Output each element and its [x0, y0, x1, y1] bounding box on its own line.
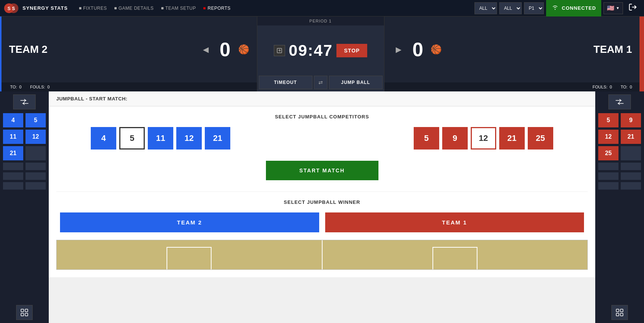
left-grid-icon-button[interactable]	[16, 305, 33, 320]
comp-team1-player-25[interactable]: 25	[528, 127, 553, 150]
svg-text:S: S	[12, 6, 15, 11]
left-player-21[interactable]: 21	[3, 146, 23, 160]
left-player-5[interactable]: 5	[26, 113, 46, 127]
nav-fixtures[interactable]: FIXTURES	[79, 6, 107, 11]
comp-team2-player-21[interactable]: 21	[205, 127, 230, 150]
left-player-grid: 4 5 11 12 21	[3, 113, 46, 190]
comp-team1-player-9[interactable]: 9	[442, 127, 468, 150]
right-player-25[interactable]: 25	[598, 146, 618, 160]
team2-score: 0	[220, 38, 231, 61]
team1-competitor-players: 5 9 12 21 25	[414, 127, 553, 150]
svg-rect-13	[620, 313, 623, 316]
court-right	[323, 240, 588, 269]
winner-row: TEAM 2 TEAM 1	[56, 212, 588, 232]
team2-name: TEAM 2	[9, 43, 48, 55]
comp-team1-player-21[interactable]: 21	[499, 127, 525, 150]
filter-all-2[interactable]: ALL	[499, 2, 522, 14]
flag-selector[interactable]: 🇺🇸 ▼	[603, 2, 623, 14]
team2-footer: TO: 0 FOULS: 0	[2, 82, 257, 91]
left-player-12[interactable]: 12	[26, 130, 46, 144]
court-area	[56, 240, 588, 270]
flag-icon: 🇺🇸	[607, 4, 614, 12]
jumpball-header: JUMPBALL - START MATCH:	[49, 91, 595, 106]
team1-footer: FOULS: 0 TO: 0	[384, 82, 640, 91]
left-player-empty-6	[3, 182, 23, 190]
winner-team2-button[interactable]: TEAM 2	[60, 212, 319, 232]
start-match-button[interactable]: START MATCH	[266, 161, 378, 180]
right-player-empty-3	[621, 163, 641, 170]
team2-block: TEAM 2 ◀ 0 🏀 TO: 0 FOULS: 0	[0, 16, 257, 91]
team1-basketball-icon: 🏀	[431, 44, 442, 55]
nav-dot-fixtures	[79, 7, 81, 9]
filter-all-1[interactable]: ALL	[474, 2, 497, 14]
nav-game-details[interactable]: GAME DETAILS	[114, 6, 154, 11]
court-paint-right	[432, 247, 477, 269]
right-player-21[interactable]: 21	[621, 130, 641, 144]
connected-label: CONNECTED	[562, 5, 596, 11]
team2-main-row: TEAM 2 ◀ 0 🏀	[2, 16, 257, 82]
svg-text:S: S	[8, 6, 11, 11]
comp-team2-player-4[interactable]: 4	[91, 127, 116, 150]
nav-reports[interactable]: REPORTS	[203, 6, 230, 11]
right-player-empty-5	[621, 172, 641, 180]
team2-competitor-players: 4 5 11 12 21	[91, 127, 230, 150]
team1-arrow-right[interactable]: ▶	[392, 41, 405, 58]
flag-chevron: ▼	[616, 6, 620, 10]
svg-rect-10	[616, 309, 619, 312]
nav-team-setup[interactable]: TEAM SETUP	[161, 6, 196, 11]
svg-rect-12	[616, 313, 619, 316]
app-title: SYNERGY STATS	[23, 5, 68, 11]
jumpball-button[interactable]: JUMP BALL	[329, 76, 383, 89]
winner-team1-button[interactable]: TEAM 1	[325, 212, 584, 232]
right-player-grid: 5 9 12 21 25	[598, 113, 641, 190]
clock-display: 09:47	[289, 42, 333, 60]
comp-team2-player-5[interactable]: 5	[119, 127, 145, 150]
right-player-9[interactable]: 9	[621, 113, 641, 127]
svg-rect-11	[620, 309, 623, 312]
right-grid-icon-button[interactable]	[611, 305, 628, 320]
left-player-4[interactable]: 4	[3, 113, 23, 127]
swap-button[interactable]: ⇄	[314, 76, 327, 89]
comp-team2-player-11[interactable]: 11	[148, 127, 173, 150]
connected-badge: CONNECTED	[546, 0, 601, 16]
right-player-5[interactable]: 5	[598, 113, 618, 127]
clock-edit-button[interactable]	[274, 45, 285, 56]
filter-period[interactable]: P1	[524, 2, 544, 14]
team2-basketball-icon: 🏀	[238, 44, 249, 55]
right-player-empty-7	[621, 182, 641, 190]
header: S S SYNERGY STATS FIXTURES GAME DETAILS …	[0, 0, 644, 16]
stop-button[interactable]: STOP	[336, 44, 367, 57]
main-area: 4 5 11 12 21 JUMPBALL - START MATCH:	[0, 91, 644, 323]
left-player-empty-2	[3, 163, 23, 170]
timeout-button[interactable]: TIMEOUT	[259, 76, 312, 89]
svg-rect-7	[25, 309, 28, 312]
exit-button[interactable]	[625, 3, 640, 13]
comp-team1-player-12[interactable]: 12	[471, 127, 496, 150]
team1-to-label: TO: 0	[621, 85, 632, 89]
competitors-row: 4 5 11 12 21 5 9 12 21 25	[56, 127, 588, 150]
team1-name: TEAM 1	[593, 43, 632, 55]
left-player-11[interactable]: 11	[3, 130, 23, 144]
svg-rect-6	[21, 309, 24, 312]
team2-arrow-left[interactable]: ◀	[199, 41, 212, 58]
right-player-12[interactable]: 12	[598, 130, 618, 144]
left-player-empty-4	[3, 172, 23, 180]
jumpball-body: SELECT JUMPBALL COMPETITORS 4 5 11 12 21…	[49, 106, 595, 277]
left-sidebar: 4 5 11 12 21	[0, 91, 49, 323]
nav-dot-game-details	[114, 7, 117, 9]
period-label: PERIOD 1	[257, 16, 384, 25]
right-player-empty-4	[598, 172, 618, 180]
comp-team1-player-5[interactable]: 5	[414, 127, 439, 150]
svg-rect-8	[21, 313, 24, 316]
action-row: TIMEOUT ⇄ JUMP BALL	[257, 76, 384, 91]
nav-bar: FIXTURES GAME DETAILS TEAM SETUP REPORTS	[79, 6, 474, 11]
nav-dot-team-setup	[161, 7, 164, 9]
left-shuffle-button[interactable]	[13, 94, 36, 109]
left-player-empty-7	[26, 182, 46, 190]
comp-team2-player-12[interactable]: 12	[176, 127, 202, 150]
left-player-empty-3	[26, 163, 46, 170]
select-competitors-title: SELECT JUMPBALL COMPETITORS	[56, 114, 588, 120]
select-winner-title: SELECT JUMPBALL WINNER	[56, 199, 588, 205]
right-shuffle-button[interactable]	[608, 94, 631, 109]
court-paint-left	[167, 247, 212, 269]
